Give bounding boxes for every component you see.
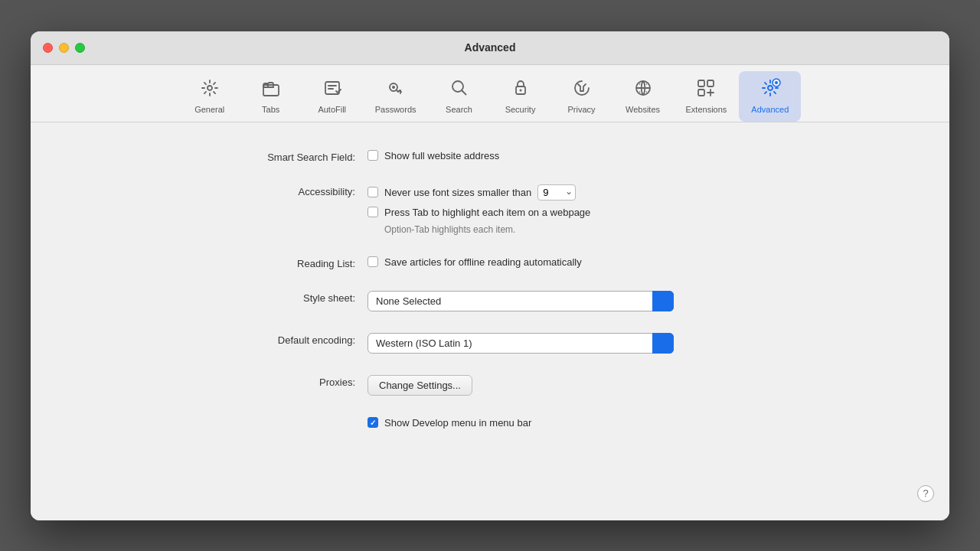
style-sheet-row: Style sheet: None Selected ▲ ▼ [199,291,781,311]
smart-search-control: Show full website address [368,150,781,161]
content-area: Smart Search Field: Show full website ad… [31,122,949,520]
reading-list-row: Reading List: Save articles for offline … [199,256,781,269]
help-button[interactable]: ? [917,485,934,502]
reading-list-label: Reading List: [199,256,368,269]
default-encoding-dropdown-wrapper: Western (ISO Latin 1) Unicode (UTF-8) ▲ … [368,333,674,354]
option-tab-hint: Option-Tab highlights each item. [384,224,781,235]
minimize-button[interactable] [59,43,69,53]
press-tab-checkbox[interactable] [368,207,378,217]
svg-point-4 [392,86,395,89]
develop-menu-empty-label [199,417,368,419]
advanced-icon [760,77,781,102]
font-size-select-wrapper: 9 10 11 12 [537,184,576,201]
smart-search-checkbox-label: Show full website address [384,150,499,161]
accessibility-control: Never use font sizes smaller than 9 10 1… [368,184,781,235]
default-encoding-row: Default encoding: Western (ISO Latin 1) … [199,333,781,354]
tab-websites[interactable]: Websites [612,71,674,122]
tab-advanced-label: Advanced [751,105,789,114]
smart-search-row: Smart Search Field: Show full website ad… [199,150,781,163]
tab-tabs-label: Tabs [262,105,279,114]
maximize-button[interactable] [75,43,85,53]
tab-autofill-label: AutoFill [318,105,346,114]
default-encoding-select[interactable]: Western (ISO Latin 1) Unicode (UTF-8) [368,333,674,354]
general-icon [199,77,220,102]
style-sheet-dropdown-wrapper: None Selected ▲ ▼ [368,291,674,311]
tab-privacy-label: Privacy [567,105,595,114]
tab-advanced[interactable]: Advanced [739,71,801,122]
window-controls [43,43,85,53]
svg-point-0 [207,86,212,90]
autofill-icon [322,77,343,102]
tab-search[interactable]: Search [429,71,490,122]
tabs-icon [260,77,282,102]
tab-autofill[interactable]: AutoFill [302,71,363,122]
tab-websites-label: Websites [626,105,660,114]
extensions-icon [695,77,717,102]
style-sheet-control: None Selected ▲ ▼ [368,291,781,311]
passwords-icon [385,77,407,102]
window-title: Advanced [465,41,516,54]
reading-list-control: Save articles for offline reading automa… [368,256,781,268]
smart-search-label: Smart Search Field: [199,150,368,163]
smart-search-checkbox-row: Show full website address [368,150,781,161]
settings-grid: Smart Search Field: Show full website ad… [199,150,781,429]
tab-general-label: General [194,105,224,114]
develop-menu-checkbox[interactable] [368,417,378,428]
style-sheet-select[interactable]: None Selected [368,291,674,311]
svg-rect-10 [707,80,714,86]
never-font-row: Never use font sizes smaller than 9 10 1… [368,184,781,201]
svg-point-12 [768,86,773,90]
develop-menu-checkbox-row: Show Develop menu in menu bar [368,417,781,429]
font-size-select[interactable]: 9 10 11 12 [537,184,576,201]
toolbar: General Tabs AutoFill [31,65,949,122]
titlebar: Advanced [31,31,949,65]
tab-passwords[interactable]: Passwords [363,71,429,122]
proxies-control: Change Settings... [368,375,781,396]
never-font-checkbox[interactable] [368,187,378,197]
tab-tabs[interactable]: Tabs [240,71,302,122]
tab-passwords-label: Passwords [375,105,416,114]
change-settings-button[interactable]: Change Settings... [368,375,472,396]
press-tab-label: Press Tab to highlight each item on a we… [384,207,590,218]
accessibility-label: Accessibility: [199,184,368,197]
close-button[interactable] [43,43,53,53]
reading-list-checkbox-row: Save articles for offline reading automa… [368,256,781,268]
tab-extensions[interactable]: Extensions [674,71,740,122]
tab-security-label: Security [505,105,536,114]
svg-point-7 [519,89,521,91]
svg-point-14 [775,81,778,84]
svg-rect-1 [263,85,279,96]
websites-icon [632,77,654,102]
default-encoding-control: Western (ISO Latin 1) Unicode (UTF-8) ▲ … [368,333,781,354]
reading-list-checkbox-label: Save articles for offline reading automa… [384,256,582,268]
press-tab-row: Press Tab to highlight each item on a we… [368,207,781,218]
default-encoding-label: Default encoding: [199,333,368,346]
accessibility-row: Accessibility: Never use font sizes smal… [199,184,781,235]
tab-security[interactable]: Security [490,71,551,122]
privacy-icon [571,77,593,102]
develop-menu-control: Show Develop menu in menu bar [368,417,781,429]
search-icon [449,77,470,102]
proxies-label: Proxies: [199,375,368,388]
reading-list-checkbox[interactable] [368,256,378,267]
main-window: Advanced General Tabs [31,31,949,520]
develop-menu-checkbox-label: Show Develop menu in menu bar [384,417,531,429]
style-sheet-label: Style sheet: [199,291,368,304]
svg-rect-9 [698,80,704,86]
proxies-row: Proxies: Change Settings... [199,375,781,396]
security-icon [510,77,531,102]
content-wrapper: Smart Search Field: Show full website ad… [31,122,949,520]
tab-general[interactable]: General [179,71,240,122]
smart-search-checkbox[interactable] [368,150,378,161]
tab-search-label: Search [446,105,472,114]
svg-rect-11 [698,90,704,96]
tab-privacy[interactable]: Privacy [551,71,612,122]
develop-menu-row: Show Develop menu in menu bar [199,417,781,429]
never-font-label: Never use font sizes smaller than [384,187,531,198]
tab-extensions-label: Extensions [686,105,727,114]
